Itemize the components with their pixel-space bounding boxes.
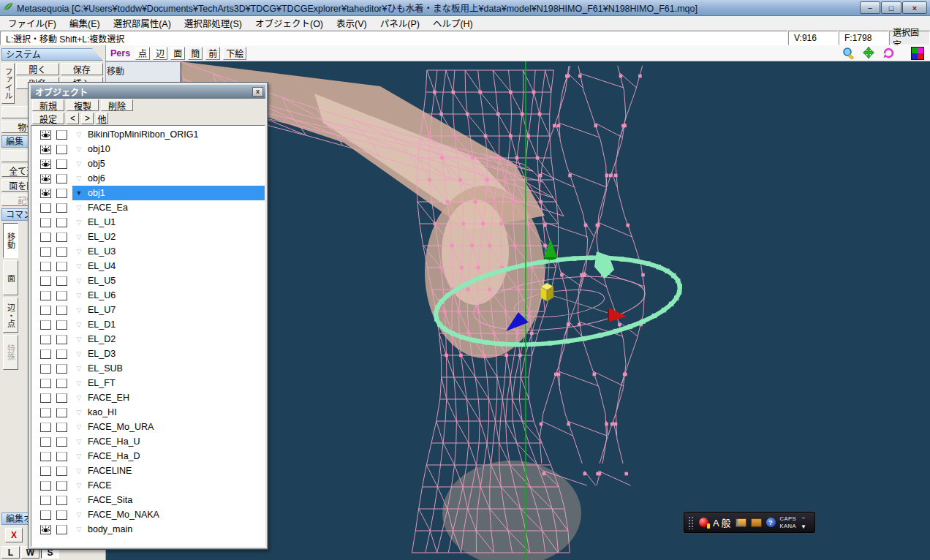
visibility-checkbox[interactable] <box>40 510 51 520</box>
object-list-item[interactable]: ▽EL_U2 <box>31 230 265 244</box>
object-list-item[interactable]: ▽EL_U5 <box>31 273 265 288</box>
expand-triangle-icon[interactable]: ▽ <box>75 379 83 387</box>
pan-icon[interactable] <box>862 47 875 59</box>
view-mode-label[interactable]: Pers <box>110 48 130 58</box>
object-list-item[interactable]: ▽BikiniTopMiniRibon_ORIG1 <box>31 127 265 142</box>
secondary-checkbox[interactable] <box>56 232 67 242</box>
rotate-icon[interactable] <box>882 47 895 59</box>
menu-item-1[interactable]: ファイル(F) <box>1 15 63 31</box>
expand-triangle-icon[interactable]: ▽ <box>75 233 83 241</box>
object-list-item[interactable]: ▽FACE_Mo_NAKA <box>31 507 265 522</box>
expand-triangle-icon[interactable]: ▽ <box>75 175 83 182</box>
viewport-button-5[interactable]: 前 <box>205 47 220 60</box>
visibility-checkbox[interactable] <box>40 130 51 140</box>
command-button[interactable]: 辺・点 <box>3 298 18 333</box>
secondary-checkbox[interactable] <box>56 262 67 271</box>
object-list-item[interactable]: ▽EL_D3 <box>31 347 265 361</box>
expand-triangle-icon[interactable]: ▽ <box>75 321 83 328</box>
expand-triangle-icon[interactable]: ▽ <box>75 219 83 226</box>
secondary-checkbox[interactable] <box>56 335 67 344</box>
secondary-checkbox[interactable] <box>56 174 67 183</box>
object-list-item[interactable]: ▽FACELINE <box>31 463 265 478</box>
ime-kana-indicator[interactable]: KANA <box>780 523 796 529</box>
visibility-checkbox[interactable] <box>40 203 51 213</box>
object-panel-close-button[interactable]: x <box>252 87 263 97</box>
menu-item-7[interactable]: パネル(P) <box>374 15 426 31</box>
viewport-button-4[interactable]: 簡 <box>188 47 203 60</box>
object-list-item[interactable]: ▽EL_U4 <box>31 259 265 273</box>
object-list-item[interactable]: ▽obj6 <box>31 171 265 186</box>
visibility-checkbox[interactable] <box>40 174 51 183</box>
visibility-checkbox[interactable] <box>40 393 51 403</box>
expand-triangle-icon[interactable]: ▽ <box>75 511 83 518</box>
expand-triangle-icon[interactable]: ▽ <box>75 423 83 431</box>
visibility-checkbox[interactable] <box>40 247 51 257</box>
visibility-checkbox[interactable] <box>40 218 51 227</box>
expand-triangle-icon[interactable]: ▽ <box>75 306 83 314</box>
menu-item-4[interactable]: 選択部処理(S) <box>178 15 249 31</box>
secondary-checkbox[interactable] <box>56 130 67 140</box>
visibility-checkbox[interactable] <box>40 349 51 359</box>
menu-item-6[interactable]: 表示(V) <box>330 15 374 31</box>
object-list-item[interactable]: ▽FACE_Sita <box>31 493 265 507</box>
secondary-checkbox[interactable] <box>56 320 67 330</box>
expand-triangle-icon[interactable]: ▽ <box>75 145 83 153</box>
object-list-item[interactable]: ▽obj10 <box>31 142 265 156</box>
expand-triangle-icon[interactable]: ▽ <box>75 438 83 445</box>
visibility-checkbox[interactable] <box>40 466 51 476</box>
object-list-item[interactable]: ▽EL_U3 <box>31 244 265 259</box>
sidebar-button[interactable]: 開く <box>16 63 59 75</box>
axis-toggle-l[interactable]: L <box>1 546 20 559</box>
sidebar-tab-file[interactable]: ファイル <box>1 63 15 104</box>
ime-minimize-button[interactable]: − <box>802 515 806 521</box>
panel-button[interactable]: 新規 <box>32 99 64 111</box>
expand-triangle-icon[interactable]: ▽ <box>75 204 83 211</box>
secondary-checkbox[interactable] <box>56 218 67 227</box>
visibility-checkbox[interactable] <box>40 159 51 169</box>
ime-tools-palette-icon[interactable] <box>736 518 746 527</box>
expand-triangle-icon[interactable]: ▽ <box>75 350 83 357</box>
expand-triangle-icon[interactable]: ▽ <box>75 467 83 474</box>
panel-button[interactable]: 設定 <box>32 113 64 124</box>
visibility-checkbox[interactable] <box>40 481 51 491</box>
object-list-item[interactable]: ▽EL_D1 <box>31 317 265 332</box>
ime-input-mode-label[interactable]: A 般 <box>713 515 731 529</box>
expand-triangle-icon[interactable]: ▽ <box>75 292 83 299</box>
visibility-checkbox[interactable] <box>40 525 51 534</box>
object-list-item[interactable]: ▽kao_HI <box>31 405 265 420</box>
secondary-checkbox[interactable] <box>56 306 67 315</box>
command-button[interactable]: 面 <box>3 260 18 295</box>
panel-button[interactable]: < <box>67 113 79 124</box>
secondary-checkbox[interactable] <box>56 291 67 300</box>
visibility-checkbox[interactable] <box>40 335 51 344</box>
secondary-checkbox[interactable] <box>56 247 67 257</box>
secondary-checkbox[interactable] <box>56 203 67 213</box>
visibility-checkbox[interactable] <box>40 364 51 374</box>
expand-triangle-icon[interactable]: ▽ <box>75 482 83 489</box>
secondary-checkbox[interactable] <box>56 408 67 417</box>
expand-triangle-icon[interactable]: ▽ <box>75 526 83 533</box>
expand-triangle-icon[interactable]: ▽ <box>75 336 83 343</box>
ime-options-arrow[interactable]: ▼ <box>801 524 806 530</box>
panel-button[interactable]: > <box>81 113 94 124</box>
expand-triangle-icon[interactable]: ▽ <box>75 277 83 284</box>
expand-triangle-icon[interactable]: ▽ <box>75 160 83 167</box>
visibility-checkbox[interactable] <box>40 189 51 198</box>
object-list-item[interactable]: ▽EL_D2 <box>31 332 265 347</box>
expand-triangle-icon[interactable]: ▼ <box>75 189 83 197</box>
secondary-checkbox[interactable] <box>56 364 67 374</box>
ime-toolbar[interactable]: A 般 ? CAPS KANA − ▼ <box>684 512 815 533</box>
ime-drag-handle[interactable] <box>688 516 695 529</box>
visibility-checkbox[interactable] <box>40 379 51 388</box>
viewport-button-1[interactable]: 点 <box>135 47 150 60</box>
sidebar-button[interactable]: 保存 <box>61 63 104 75</box>
object-list-item[interactable]: ▽EL_SUB <box>31 361 265 376</box>
object-list-item[interactable]: ▽FACE <box>31 478 265 493</box>
ime-toolbox-icon[interactable] <box>751 518 762 527</box>
selection-lock-label[interactable]: 選択固定 <box>889 31 930 45</box>
menu-item-2[interactable]: 編集(E) <box>63 15 107 31</box>
minimize-button[interactable]: − <box>860 1 880 14</box>
panel-button[interactable]: 複製 <box>67 99 99 111</box>
object-list-item[interactable]: ▽EL_U7 <box>31 303 265 317</box>
secondary-checkbox[interactable] <box>56 510 67 520</box>
